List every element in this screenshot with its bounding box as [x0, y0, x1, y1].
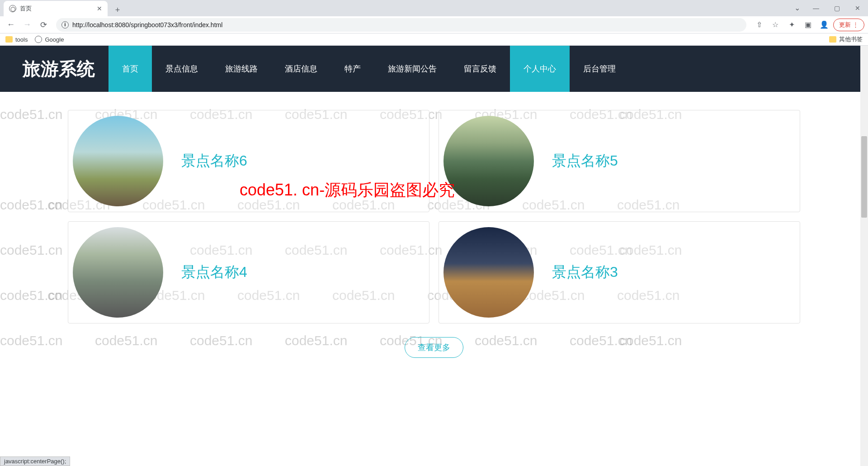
update-button[interactable]: 更新 ⋮ — [833, 19, 864, 31]
forward-button[interactable]: → — [20, 18, 34, 32]
minimize-button[interactable]: — — [806, 0, 826, 16]
attraction-title: 景点名称4 — [181, 262, 247, 282]
nav-news[interactable]: 旅游新闻公告 — [374, 46, 450, 92]
nav-admin[interactable]: 后台管理 — [570, 46, 629, 92]
watermark-red: code51. cn-源码乐园盗图必究 — [240, 179, 455, 201]
view-more-button[interactable]: 查看更多 — [405, 337, 463, 358]
attraction-card[interactable]: 景点名称3 — [439, 221, 800, 323]
scrollbar-thumb[interactable] — [861, 136, 867, 218]
globe-icon — [35, 36, 42, 43]
attraction-image — [73, 227, 163, 318]
attraction-image — [73, 116, 163, 206]
tab-title: 首页 — [20, 5, 93, 13]
close-window-button[interactable]: ✕ — [847, 0, 868, 16]
share-icon[interactable]: ⇧ — [752, 18, 766, 32]
menu-icon: ⋮ — [853, 21, 859, 28]
profile-icon[interactable]: 👤 — [817, 18, 831, 32]
card-grid: 景点名称6 景点名称5 景点名称4 景点名称3 — [68, 110, 800, 323]
url-bar[interactable]: i http://localhost:8080/springboot073x3/… — [56, 18, 746, 32]
attraction-image — [443, 227, 534, 318]
window-controls: — ▢ ✕ — [806, 0, 868, 16]
browser-tab[interactable]: ◯ 首页 ✕ — [4, 1, 108, 16]
back-button[interactable]: ← — [4, 18, 18, 32]
attraction-card[interactable]: 景点名称4 — [68, 221, 429, 323]
attraction-title: 景点名称6 — [181, 151, 247, 171]
site-navbar: 旅游系统 首页 景点信息 旅游线路 酒店信息 特产 旅游新闻公告 留言反馈 个人… — [0, 46, 868, 92]
nav-specialties[interactable]: 特产 — [331, 46, 374, 92]
bookmark-other[interactable]: 其他书签 — [829, 35, 863, 43]
close-icon[interactable]: ✕ — [97, 5, 102, 12]
attraction-image — [443, 116, 534, 206]
brand-logo[interactable]: 旅游系统 — [0, 57, 108, 81]
bookmark-tools[interactable]: tools — [5, 36, 28, 43]
new-tab-button[interactable]: + — [111, 4, 124, 16]
nav-home[interactable]: 首页 — [108, 46, 152, 92]
extensions-icon[interactable]: ✦ — [784, 18, 799, 32]
content-area: 景点名称6 景点名称5 景点名称4 景点名称3 查看更多 — [0, 92, 868, 390]
star-icon[interactable]: ☆ — [768, 18, 783, 32]
page-viewport: code51.cn code51.cn code51.cn code51.cn … — [0, 46, 868, 466]
scrollbar-track[interactable] — [860, 46, 868, 466]
bookmark-google[interactable]: Google — [35, 36, 64, 43]
attraction-title: 景点名称3 — [552, 262, 618, 282]
bookmarks-bar: tools Google 其他书签 — [0, 33, 868, 46]
folder-icon — [5, 36, 13, 43]
tab-dropdown-icon[interactable]: ⌄ — [794, 4, 800, 12]
url-text: http://localhost:8080/springboot073x3/fr… — [72, 21, 741, 29]
nav-attractions[interactable]: 景点信息 — [152, 46, 212, 92]
browser-toolbar: ← → ⟳ i http://localhost:8080/springboot… — [0, 16, 868, 33]
attraction-title: 景点名称5 — [552, 151, 618, 171]
nav-routes[interactable]: 旅游线路 — [212, 46, 271, 92]
folder-icon — [829, 36, 836, 43]
sidepanel-icon[interactable]: ▣ — [801, 18, 815, 32]
browser-chrome: ◯ 首页 ✕ + ⌄ — ▢ ✕ ← → ⟳ i http://localhos… — [0, 0, 868, 46]
globe-icon: ◯ — [9, 5, 16, 12]
attraction-card[interactable]: 景点名称5 — [439, 110, 800, 212]
info-icon[interactable]: i — [61, 21, 69, 29]
tab-strip: ◯ 首页 ✕ + ⌄ — ▢ ✕ — [0, 0, 868, 16]
nav-hotels[interactable]: 酒店信息 — [271, 46, 331, 92]
nav-profile[interactable]: 个人中心 — [510, 46, 570, 92]
status-bar: javascript:centerPage(); — [0, 456, 70, 466]
nav-feedback[interactable]: 留言反馈 — [450, 46, 510, 92]
reload-button[interactable]: ⟳ — [36, 18, 51, 32]
maximize-button[interactable]: ▢ — [826, 0, 847, 16]
